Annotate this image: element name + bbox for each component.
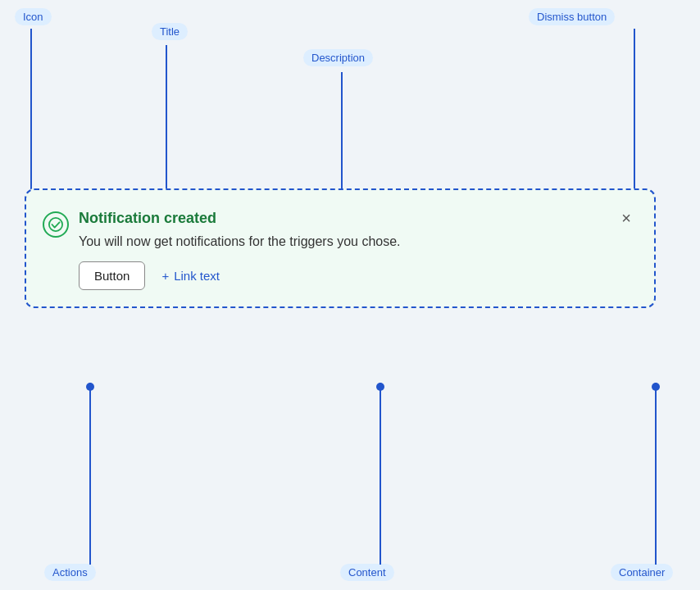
notification-title: Notification created	[79, 210, 638, 227]
container-vline	[655, 383, 657, 565]
icon-annotation-label: Icon	[15, 8, 52, 25]
link-plus-icon: +	[161, 269, 169, 283]
notification-icon	[43, 211, 69, 238]
svg-point-0	[49, 218, 62, 231]
notification-actions: Button + Link text	[43, 261, 638, 290]
title-annotation-label: Title	[152, 23, 188, 40]
actions-vline	[89, 383, 91, 565]
link-text: Link text	[174, 269, 220, 283]
content-vline	[380, 383, 381, 565]
action-link[interactable]: + Link text	[161, 269, 220, 283]
notification-container: × Notification created You will now get …	[25, 188, 656, 308]
notification-description: You will now get notifications for the t…	[79, 232, 638, 252]
notification-body: Notification created You will now get no…	[79, 210, 638, 252]
content-annotation-label: Content	[340, 564, 394, 581]
dismiss-annotation-label: Dismiss button	[529, 8, 615, 25]
actions-annotation-label: Actions	[44, 564, 96, 581]
title-vline	[166, 45, 167, 210]
notification-content: Notification created You will now get no…	[43, 210, 638, 252]
icon-vline	[30, 29, 32, 204]
dismiss-button[interactable]: ×	[615, 206, 638, 229]
description-annotation-label: Description	[303, 49, 373, 66]
dismiss-vline	[634, 29, 635, 195]
action-button[interactable]: Button	[79, 261, 145, 290]
container-annotation-label: Container	[611, 564, 673, 581]
